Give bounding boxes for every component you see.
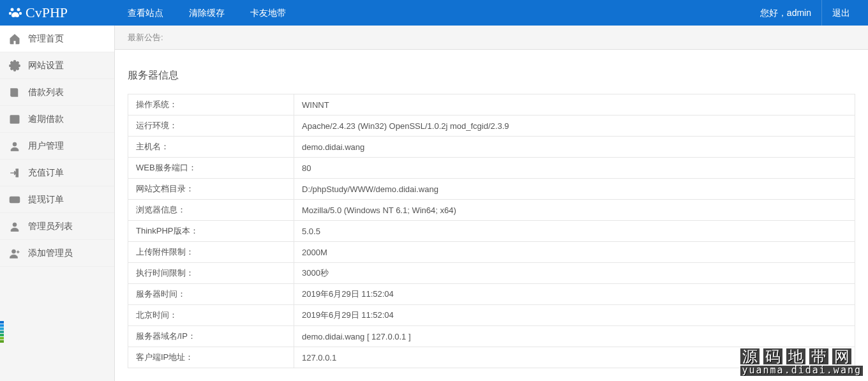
info-value: 2019年6月29日 11:52:04	[294, 305, 855, 326]
info-value: demo.didai.wang	[294, 137, 855, 158]
svg-point-6	[13, 142, 17, 146]
info-value: demo.didai.wang [ 127.0.0.1 ]	[294, 326, 855, 347]
gear-icon	[9, 60, 20, 71]
table-row: 北京时间：2019年6月29日 11:52:04	[128, 305, 855, 326]
info-value: 3000秒	[294, 263, 855, 284]
decorative-edge-bars	[0, 321, 4, 343]
info-value: WINNT	[294, 94, 855, 116]
info-label: 执行时间限制：	[128, 263, 294, 284]
paw-icon	[8, 5, 23, 20]
info-label: 运行环境：	[128, 116, 294, 137]
table-row: 网站文档目录：D:/phpStudy/WWW/demo.didai.wang	[128, 179, 855, 200]
server-info-table: 操作系统：WINNT运行环境：Apache/2.4.23 (Win32) Ope…	[128, 94, 855, 368]
svg-point-1	[17, 8, 20, 11]
info-label: 操作系统：	[128, 94, 294, 116]
table-icon	[9, 114, 20, 125]
sidebar-item-5[interactable]: 充值订单	[0, 160, 114, 186]
user-plus-icon	[9, 248, 20, 259]
info-label: 上传附件限制：	[128, 242, 294, 263]
sidebar-item-label: 用户管理	[28, 140, 64, 152]
info-value: Mozilla/5.0 (Windows NT 6.1; Win64; x64)	[294, 200, 855, 221]
header-bar: CvPHP 查看站点 清除缓存 卡友地带 您好，admin 退出	[0, 0, 868, 26]
top-menu-view-site[interactable]: 查看站点	[115, 0, 176, 26]
info-value: 2019年6月29日 11:52:04	[294, 284, 855, 305]
info-value: 127.0.0.1	[294, 347, 855, 368]
info-value: 5.0.5	[294, 221, 855, 242]
info-value: 80	[294, 158, 855, 179]
sidebar-item-7[interactable]: 管理员列表	[0, 213, 114, 240]
notice-bar: 最新公告:	[115, 26, 868, 50]
user-icon	[9, 221, 20, 232]
sidebar-item-4[interactable]: 用户管理	[0, 133, 114, 160]
info-label: 北京时间：	[128, 305, 294, 326]
sidebar-item-0[interactable]: 管理首页	[0, 26, 114, 52]
sidebar-item-2[interactable]: 借款列表	[0, 79, 114, 106]
sidebar-item-label: 借款列表	[28, 87, 64, 98]
sidebar-item-8[interactable]: 添加管理员	[0, 240, 114, 267]
svg-point-8	[13, 198, 17, 201]
sidebar-item-1[interactable]: 网站设置	[0, 52, 114, 79]
sidebar-item-label: 管理首页	[28, 33, 64, 45]
info-label: 服务器时间：	[128, 284, 294, 305]
top-menu-clear-cache[interactable]: 清除缓存	[176, 0, 237, 26]
table-row: 浏览器信息：Mozilla/5.0 (Windows NT 6.1; Win64…	[128, 200, 855, 221]
sidebar-item-label: 充值订单	[28, 167, 64, 179]
svg-point-3	[19, 12, 22, 15]
table-row: 操作系统：WINNT	[128, 94, 855, 116]
user-icon	[9, 140, 20, 152]
section-title: 服务器信息	[128, 60, 855, 94]
logout-button[interactable]: 退出	[821, 0, 860, 26]
sidebar-item-label: 网站设置	[28, 60, 64, 71]
sidebar-item-6[interactable]: 提现订单	[0, 186, 114, 213]
svg-point-10	[12, 250, 16, 253]
info-value: 2000M	[294, 242, 855, 263]
info-label: WEB服务端口：	[128, 158, 294, 179]
table-row: 服务器时间：2019年6月29日 11:52:04	[128, 284, 855, 305]
info-label: 主机名：	[128, 137, 294, 158]
svg-point-2	[9, 12, 11, 15]
info-label: 客户端IP地址：	[128, 347, 294, 368]
table-row: 服务器域名/IP：demo.didai.wang [ 127.0.0.1 ]	[128, 326, 855, 347]
sidebar-item-label: 提现订单	[28, 194, 64, 205]
info-label: 服务器域名/IP：	[128, 326, 294, 347]
book-icon	[9, 87, 20, 98]
enter-icon	[9, 167, 20, 179]
sidebar-item-3[interactable]: 逾期借款	[0, 106, 114, 133]
sidebar-item-label: 管理员列表	[28, 221, 73, 232]
greeting-text: 您好，admin	[750, 0, 821, 26]
top-menu-kayou[interactable]: 卡友地带	[237, 0, 299, 26]
table-row: WEB服务端口：80	[128, 158, 855, 179]
sidebar-item-label: 添加管理员	[28, 248, 73, 259]
brand-text: CvPHP	[26, 4, 68, 21]
table-row: ThinkPHP版本：5.0.5	[128, 221, 855, 242]
table-row: 运行环境：Apache/2.4.23 (Win32) OpenSSL/1.0.2…	[128, 116, 855, 137]
svg-point-9	[13, 223, 17, 227]
info-value: D:/phpStudy/WWW/demo.didai.wang	[294, 179, 855, 200]
sidebar: 管理首页网站设置借款列表逾期借款用户管理充值订单提现订单管理员列表添加管理员	[0, 26, 115, 381]
brand-logo[interactable]: CvPHP	[0, 4, 115, 21]
main-content: 最新公告: 服务器信息 操作系统：WINNT运行环境：Apache/2.4.23…	[115, 26, 868, 381]
home-icon	[9, 33, 20, 45]
table-row: 客户端IP地址：127.0.0.1	[128, 347, 855, 368]
top-menu: 查看站点 清除缓存 卡友地带	[115, 0, 750, 26]
sidebar-item-label: 逾期借款	[28, 114, 64, 125]
info-value: Apache/2.4.23 (Win32) OpenSSL/1.0.2j mod…	[294, 116, 855, 137]
info-label: 浏览器信息：	[128, 200, 294, 221]
info-label: 网站文档目录：	[128, 179, 294, 200]
money-icon	[9, 194, 20, 205]
info-label: ThinkPHP版本：	[128, 221, 294, 242]
table-row: 主机名：demo.didai.wang	[128, 137, 855, 158]
svg-rect-5	[10, 116, 19, 123]
table-row: 上传附件限制：2000M	[128, 242, 855, 263]
svg-point-0	[11, 8, 14, 11]
header-right: 您好，admin 退出	[750, 0, 868, 26]
table-row: 执行时间限制：3000秒	[128, 263, 855, 284]
